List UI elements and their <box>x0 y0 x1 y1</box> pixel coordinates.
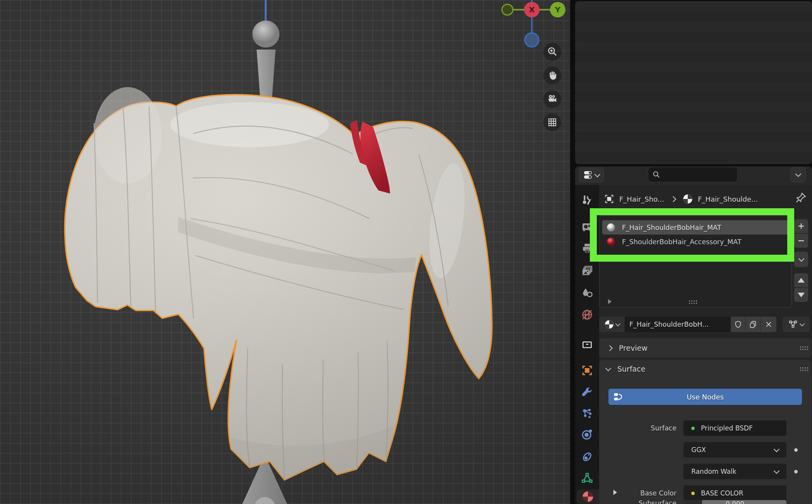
fake-user-button[interactable] <box>731 317 745 332</box>
tab-object[interactable] <box>579 362 596 379</box>
new-material-button[interactable] <box>745 317 761 332</box>
panel-preview-title: Preview <box>619 344 648 352</box>
arrow-up-icon <box>798 278 805 283</box>
ortho-grid-button[interactable] <box>543 113 561 131</box>
arrow-down-icon <box>798 293 805 297</box>
unlink-material-button[interactable] <box>761 317 776 332</box>
material-slot-row-selected[interactable]: F_Hair_ShoulderBobHair_MAT <box>602 220 789 235</box>
list-resize-grip[interactable] <box>689 300 690 302</box>
move-slot-down-button[interactable] <box>794 288 808 302</box>
world-globe-icon <box>581 309 593 321</box>
use-nodes-icon <box>613 392 623 402</box>
tab-tool[interactable] <box>579 192 596 209</box>
material-name-value: F_Hair_ShoulderBobH... <box>629 321 709 328</box>
subsurface-label: Subsurface <box>639 499 677 504</box>
distribution-dropdown[interactable]: GGX <box>684 442 786 458</box>
material-sphere-white-icon <box>606 223 616 232</box>
panel-surface-title: Surface <box>617 365 645 373</box>
pan-hand-icon <box>546 70 558 81</box>
close-icon <box>765 321 773 328</box>
panel-drag-grip[interactable] <box>800 367 801 369</box>
view-axis-gizmo[interactable]: X Y <box>495 0 570 50</box>
nodetree-link-icon <box>788 319 798 329</box>
material-sphere-red-icon <box>606 237 616 247</box>
panel-drag-grip[interactable] <box>800 346 801 348</box>
object-breadcrumb-icon <box>604 194 615 204</box>
zoom-in-icon <box>546 46 558 58</box>
tab-modifiers[interactable] <box>579 384 596 401</box>
subsurface-value: 0.000 <box>726 500 745 504</box>
tab-particles[interactable] <box>579 405 596 422</box>
material-slot-row[interactable]: F_ShoulderBobHair_Accessory_MAT <box>602 235 789 249</box>
slider-socket-segment <box>684 500 702 504</box>
object-icon <box>581 364 593 377</box>
viewport-3d[interactable]: X Y <box>0 0 570 504</box>
base-color-label: Base Color <box>640 489 677 497</box>
base-color-field[interactable]: BASE COLOR <box>684 485 786 501</box>
pan-button[interactable] <box>543 67 561 84</box>
add-material-slot-button[interactable] <box>794 219 808 233</box>
grid-ortho-icon <box>546 117 558 128</box>
modifiers-wrench-icon <box>581 386 593 398</box>
constraints-icon <box>581 451 593 463</box>
tab-material-active[interactable] <box>577 489 599 504</box>
editor-type-button[interactable] <box>579 168 604 182</box>
browse-material-button[interactable] <box>599 317 625 332</box>
zoom-button[interactable] <box>543 43 561 61</box>
search-input[interactable] <box>648 167 738 182</box>
tab-scene[interactable] <box>579 284 596 301</box>
hair-model-scene <box>0 0 570 504</box>
hair-mesh-selected[interactable] <box>65 87 492 480</box>
panel-surface-header[interactable]: Surface <box>599 360 811 378</box>
base-color-value: BASE COLOR <box>701 489 743 497</box>
panel-preview-header[interactable]: Preview <box>599 338 811 358</box>
breadcrumb-object[interactable]: F_Hair_Sho... <box>619 195 664 203</box>
subsurface-method-dropdown[interactable]: Random Walk <box>684 464 786 479</box>
shader-socket-dot <box>691 427 695 430</box>
minus-icon <box>798 237 805 244</box>
tab-view-layer[interactable] <box>579 262 596 279</box>
tab-physics[interactable] <box>579 426 596 443</box>
surface-shader-field[interactable]: Principled BSDF <box>684 420 786 436</box>
tab-constraints[interactable] <box>579 448 596 465</box>
material-breadcrumb-icon <box>682 194 693 204</box>
breadcrumb-material[interactable]: F_Hair_Shoulde... <box>698 195 758 203</box>
link-material-dropdown[interactable] <box>783 317 810 332</box>
surface-label: Surface <box>651 424 677 432</box>
decorator-dot[interactable] <box>794 448 798 452</box>
decorator-dot[interactable] <box>794 470 798 473</box>
properties-editor-icon <box>583 170 594 180</box>
material-slot-name: F_ShoulderBobHair_Accessory_MAT <box>622 238 742 246</box>
breadcrumb: F_Hair_Sho... F_Hair_Shoulde... <box>604 194 758 204</box>
pin-id-icon[interactable] <box>794 191 807 204</box>
use-nodes-button[interactable]: Use Nodes <box>608 389 802 405</box>
material-specials-button[interactable] <box>794 252 808 267</box>
header-options-button[interactable] <box>790 167 806 182</box>
copy-icon <box>749 320 757 329</box>
chevron-down-icon <box>798 255 804 262</box>
material-slot-name: F_Hair_ShoulderBobHair_MAT <box>622 224 721 231</box>
material-name-field[interactable]: F_Hair_ShoulderBobH... <box>625 317 731 332</box>
tab-object-data[interactable] <box>579 470 596 487</box>
search-icon <box>652 170 661 179</box>
camera-view-button[interactable] <box>543 90 561 108</box>
material-sphere-icon <box>581 490 594 503</box>
tab-render[interactable] <box>579 218 596 235</box>
list-filter-expand-icon[interactable] <box>608 299 612 304</box>
distribution-value: GGX <box>691 446 706 454</box>
tab-collection[interactable] <box>579 336 596 353</box>
camera-view-icon <box>546 93 558 105</box>
axis-neg-y-ball <box>502 4 513 15</box>
chevron-down-icon <box>774 446 780 452</box>
axis-z-ball <box>525 33 539 47</box>
blender-window: X Y <box>0 0 812 504</box>
svg-text:Y: Y <box>555 5 561 14</box>
outliner-area-empty[interactable] <box>575 1 812 164</box>
tab-output[interactable] <box>579 240 596 257</box>
move-slot-up-button[interactable] <box>794 273 808 288</box>
svg-text:X: X <box>529 5 535 14</box>
subsurface-method-value: Random Walk <box>691 468 737 475</box>
remove-material-slot-button[interactable] <box>794 234 808 248</box>
subsurface-slider[interactable]: 0.000 <box>684 500 786 504</box>
tab-world[interactable] <box>579 306 596 323</box>
